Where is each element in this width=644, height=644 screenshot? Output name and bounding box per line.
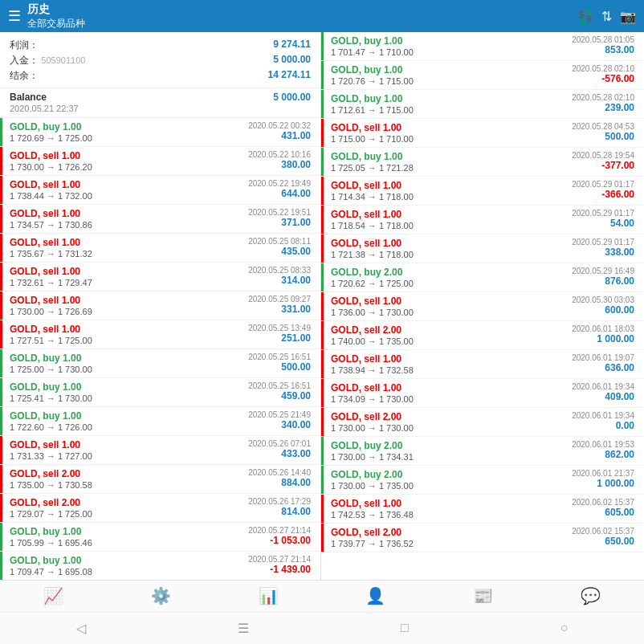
trade-item[interactable]: GOLD, buy 2.00 1 730.00 → 1 734.31 2020.… (321, 437, 644, 466)
trade-type-label: GOLD, sell 1.00 (331, 498, 414, 509)
trade-item[interactable]: GOLD, buy 1.00 1 705.99 → 1 695.46 2020.… (0, 523, 320, 552)
trade-left: GOLD, sell 1.00 1 730.00 → 1 726.69 (10, 295, 92, 316)
trend-icon[interactable]: 📊 (259, 586, 279, 605)
left-trade-list[interactable]: GOLD, buy 1.00 1 720.69 → 1 725.00 2020.… (0, 118, 320, 580)
balance-row: Balance 2020.05.21 22:37 5 000.00 (0, 88, 320, 118)
menu-icon[interactable]: ☰ (8, 7, 21, 25)
exchange-icon[interactable]: 💱 (577, 9, 593, 24)
trade-item[interactable]: GOLD, sell 1.00 1 727.51 → 1 725.00 2020… (0, 320, 320, 349)
news-icon[interactable]: 📰 (473, 586, 493, 605)
trade-profit: 380.00 (281, 159, 311, 170)
trade-item[interactable]: GOLD, sell 2.00 1 739.77 → 1 736.52 2020… (321, 524, 644, 552)
trade-left: GOLD, buy 1.00 1 709.47 → 1 695.08 (10, 555, 92, 577)
trade-type-label: GOLD, sell 1.00 (10, 150, 92, 161)
trade-type-label: GOLD, sell 1.00 (10, 295, 92, 306)
trade-left: GOLD, sell 1.00 1 715.00 → 1 710.00 (331, 122, 414, 144)
trade-direction: GOLD, buy 1.00 (331, 151, 402, 162)
trade-item[interactable]: GOLD, sell 1.00 1 718.54 → 1 718.00 2020… (321, 206, 644, 234)
trade-date: 2020.05.29 01:17 (572, 238, 634, 247)
trade-item[interactable]: GOLD, buy 1.00 1 720.69 → 1 725.00 2020.… (0, 118, 320, 147)
trade-item[interactable]: GOLD, sell 1.00 1 742.53 → 1 736.48 2020… (321, 495, 644, 524)
chart-icon[interactable]: 📈 (43, 586, 63, 605)
trade-left: GOLD, sell 1.00 1 718.54 → 1 718.00 (331, 209, 414, 230)
trade-right: 2020.05.25 08:33 314.00 (248, 266, 311, 286)
trade-item[interactable]: GOLD, buy 1.00 1 722.60 → 1 726.00 2020.… (0, 407, 320, 436)
trade-item[interactable]: GOLD, buy 1.00 1 712.61 → 1 715.00 2020.… (321, 90, 644, 119)
trade-item[interactable]: GOLD, sell 1.00 1 736.00 → 1 730.00 2020… (321, 292, 644, 321)
trade-item[interactable]: GOLD, sell 1.00 1 715.00 → 1 710.00 2020… (321, 119, 644, 148)
trade-profit: 500.00 (605, 131, 634, 142)
trade-right: 2020.05.25 16:51 500.00 (248, 353, 311, 373)
trade-left: GOLD, sell 1.00 1 721.38 → 1 718.00 (331, 238, 414, 259)
trade-profit: 600.00 (605, 304, 634, 316)
body: 利润： 9 274.11 入金： 505901100 5 000.00 结余： … (0, 32, 644, 580)
circle-nav-icon[interactable]: ○ (560, 621, 569, 635)
trade-right: 2020.05.25 09:27 331.00 (248, 295, 311, 315)
trade-type-label: GOLD, sell 1.00 (10, 439, 92, 450)
trade-price: 1 738.94 → 1 732.58 (331, 365, 414, 375)
trade-item[interactable]: GOLD, sell 1.00 1 735.67 → 1 731.32 2020… (0, 234, 320, 263)
trade-item[interactable]: GOLD, buy 1.00 1 725.05 → 1 721.28 2020.… (321, 148, 644, 177)
chat-icon[interactable]: 💬 (581, 586, 601, 605)
trade-item[interactable]: GOLD, sell 1.00 1 734.09 → 1 730.00 2020… (321, 379, 644, 408)
trade-left: GOLD, sell 1.00 1 732.61 → 1 729.47 (10, 266, 92, 287)
trade-date: 2020.05.25 16:51 (248, 353, 311, 361)
trade-right: 2020.05.25 08:11 435.00 (248, 237, 311, 257)
trade-profit: 876.00 (605, 275, 634, 287)
bottom-icons-row: 📈⚙️📊👤📰💬 (0, 581, 644, 613)
trade-profit: 884.00 (281, 477, 311, 488)
trade-item[interactable]: GOLD, sell 1.00 1 738.44 → 1 732.00 2020… (0, 176, 320, 205)
trade-item[interactable]: GOLD, sell 1.00 1 714.34 → 1 718.00 2020… (321, 177, 644, 206)
trade-profit: -576.00 (601, 73, 634, 84)
trade-item[interactable]: GOLD, sell 1.00 1 732.61 → 1 729.47 2020… (0, 263, 320, 291)
trade-item[interactable]: GOLD, buy 2.00 1 720.62 → 1 725.00 2020.… (321, 263, 644, 292)
trade-item[interactable]: GOLD, sell 2.00 1 729.07 → 1 725.00 2020… (0, 494, 320, 523)
trade-right: 2020.06.01 19:53 862.00 (572, 440, 634, 460)
home-nav-icon[interactable]: ☰ (238, 621, 249, 636)
trade-item[interactable]: GOLD, buy 2.00 1 730.00 → 1 735.00 2020.… (321, 466, 644, 495)
trade-item[interactable]: GOLD, sell 2.00 1 730.00 → 1 730.00 2020… (321, 408, 644, 437)
trade-direction: GOLD, sell 1.00 (331, 353, 401, 365)
trade-item[interactable]: GOLD, buy 1.00 1 709.47 → 1 695.08 2020.… (0, 552, 320, 580)
trade-type-label: GOLD, buy 1.00 (10, 121, 92, 132)
trade-item[interactable]: GOLD, sell 2.00 1 735.00 → 1 730.58 2020… (0, 465, 320, 494)
trade-right: 2020.06.01 21:37 1 000.00 (572, 469, 634, 489)
trade-item[interactable]: GOLD, sell 1.00 1 731.33 → 1 727.00 2020… (0, 436, 320, 465)
trade-item[interactable]: GOLD, buy 1.00 1 720.76 → 1 715.00 2020.… (321, 61, 644, 90)
trade-type-label: GOLD, sell 1.00 (10, 179, 92, 190)
settings-icon[interactable]: ⚙️ (151, 586, 171, 605)
trade-direction: GOLD, buy 1.00 (331, 35, 402, 47)
trade-direction: GOLD, buy 1.00 (10, 410, 81, 422)
sort-icon[interactable]: ⇅ (601, 9, 612, 24)
trade-item[interactable]: GOLD, sell 1.00 1 734.57 → 1 730.86 2020… (0, 205, 320, 234)
trade-left: GOLD, buy 2.00 1 720.62 → 1 725.00 (331, 267, 414, 288)
trade-type-label: GOLD, buy 2.00 (331, 440, 414, 451)
back-nav-icon[interactable]: ◁ (76, 621, 86, 636)
trade-right: 2020.05.22 10:16 380.00 (248, 150, 311, 170)
trade-item[interactable]: GOLD, sell 1.00 1 730.00 → 1 726.69 2020… (0, 291, 320, 320)
trade-item[interactable]: GOLD, buy 1.00 1 725.00 → 1 730.00 2020.… (0, 349, 320, 378)
trade-type-label: GOLD, buy 2.00 (331, 469, 414, 480)
trade-right: 2020.05.29 16:49 876.00 (572, 267, 634, 287)
account-icon[interactable]: 👤 (365, 586, 385, 605)
trade-type-label: GOLD, sell 1.00 (331, 382, 414, 393)
trade-price: 1 725.00 → 1 730.00 (10, 365, 92, 374)
trade-date: 2020.05.22 19:51 (248, 208, 311, 217)
trade-price: 1 730.00 → 1 726.20 (10, 162, 92, 172)
trade-profit: 1 000.00 (597, 333, 634, 344)
trade-item[interactable]: GOLD, buy 1.00 1 701.47 → 1 710.00 2020.… (321, 32, 644, 61)
profit-value: 9 274.11 (273, 39, 311, 52)
trade-direction: GOLD, sell 1.00 (331, 296, 401, 307)
trade-price: 1 715.00 → 1 710.00 (331, 134, 414, 144)
square-nav-icon[interactable]: □ (401, 621, 409, 635)
right-trade-list[interactable]: GOLD, buy 1.00 1 701.47 → 1 710.00 2020.… (321, 32, 644, 580)
camera-icon[interactable]: 📷 (620, 9, 636, 24)
trade-item[interactable]: GOLD, buy 1.00 1 725.41 → 1 730.00 2020.… (0, 378, 320, 407)
trade-direction: GOLD, sell 1.00 (331, 498, 401, 509)
trade-date: 2020.05.28 02:10 (572, 93, 634, 102)
trade-profit: 1 000.00 (597, 478, 634, 489)
trade-item[interactable]: GOLD, sell 1.00 1 721.38 → 1 718.00 2020… (321, 234, 644, 263)
trade-item[interactable]: GOLD, sell 2.00 1 740.00 → 1 735.00 2020… (321, 321, 644, 350)
trade-item[interactable]: GOLD, sell 1.00 1 730.00 → 1 726.20 2020… (0, 147, 320, 176)
trade-item[interactable]: GOLD, sell 1.00 1 738.94 → 1 732.58 2020… (321, 350, 644, 379)
